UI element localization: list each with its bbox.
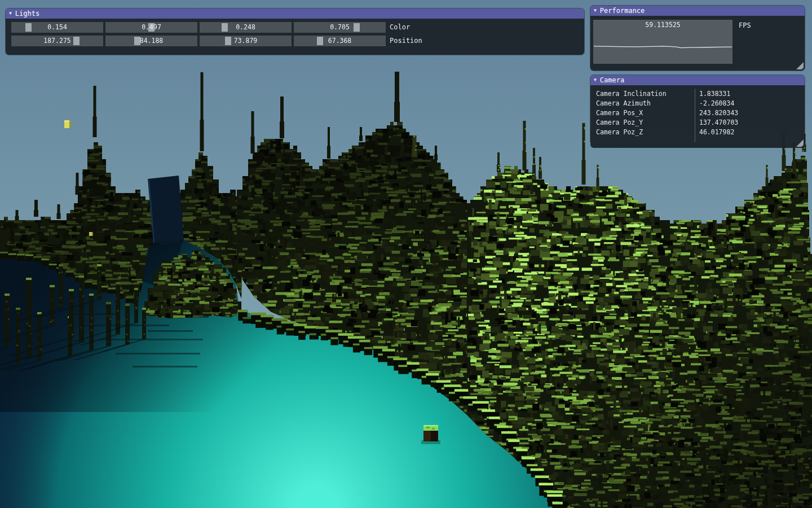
resize-grip-icon[interactable] <box>796 62 804 69</box>
camera-row-value: 1.838331 <box>699 89 730 99</box>
camera-row: Camera Poz_Y 137.470703 <box>590 118 805 128</box>
performance-panel: ▼ Performance 59.113525 FPS <box>590 6 805 71</box>
light-color-slider-3[interactable]: 0.705 <box>294 22 386 33</box>
camera-row-value: -2.260834 <box>699 99 734 108</box>
slider-value: 84.188 <box>105 36 197 46</box>
camera-row: Camera Pos_X 243.820343 <box>590 108 805 118</box>
collapse-arrow-icon[interactable]: ▼ <box>594 6 597 16</box>
camera-row-label: Camera Poz_Y <box>596 118 643 128</box>
resize-grip-icon[interactable] <box>796 139 804 147</box>
app-window: ▼ Lights 0.154 0.497 0.248 0.7 <box>0 0 812 508</box>
camera-row-value: 46.017982 <box>699 128 734 137</box>
camera-panel-title: Camera <box>600 75 624 85</box>
position-row-label: Position <box>390 36 422 46</box>
lights-panel-body: 0.154 0.497 0.248 0.705 Color <box>6 19 584 55</box>
camera-row-label: Camera Poz_Z <box>596 128 643 137</box>
light-position-slider-1[interactable]: 84.188 <box>105 36 197 46</box>
camera-row: Camera Poz_Z 46.017982 <box>590 128 805 137</box>
light-color-slider-2[interactable]: 0.248 <box>200 22 292 33</box>
fps-value: 59.113525 <box>593 21 732 29</box>
light-color-slider-0[interactable]: 0.154 <box>11 22 103 33</box>
camera-row-value: 137.470703 <box>699 118 738 128</box>
fps-graph: 59.113525 <box>593 20 732 64</box>
camera-row-label: Camera Inclination <box>596 89 667 99</box>
camera-row: Camera Azimuth -2.260834 <box>590 99 805 108</box>
slider-value: 0.497 <box>105 22 197 33</box>
camera-row-label: Camera Pos_X <box>596 108 643 118</box>
slider-value: 0.248 <box>200 22 292 33</box>
slider-value: 187.275 <box>11 36 103 46</box>
performance-panel-title: Performance <box>600 6 645 16</box>
collapse-arrow-icon[interactable]: ▼ <box>594 75 597 85</box>
camera-row: Camera Inclination 1.838331 <box>590 89 805 99</box>
camera-panel-body: Camera Inclination 1.838331 Camera Azimu… <box>590 85 805 148</box>
color-row-label: Color <box>390 22 410 33</box>
fps-label: FPS <box>739 21 751 29</box>
camera-row-label: Camera Azimuth <box>596 99 651 108</box>
slider-value: 0.705 <box>294 22 386 33</box>
light-color-slider-1[interactable]: 0.497 <box>105 22 197 33</box>
camera-row-value: 243.820343 <box>699 108 738 118</box>
collapse-arrow-icon[interactable]: ▼ <box>9 8 12 19</box>
light-position-slider-0[interactable]: 187.275 <box>11 36 103 46</box>
slider-value: 73.879 <box>200 36 292 46</box>
lights-panel-titlebar[interactable]: ▼ Lights <box>6 8 584 19</box>
light-position-slider-2[interactable]: 73.879 <box>200 36 292 46</box>
slider-value: 0.154 <box>11 22 103 33</box>
performance-panel-body: 59.113525 FPS <box>590 16 805 71</box>
light-position-slider-3[interactable]: 67.368 <box>294 36 386 46</box>
camera-panel-titlebar[interactable]: ▼ Camera <box>590 75 805 85</box>
performance-panel-titlebar[interactable]: ▼ Performance <box>590 6 805 16</box>
lights-panel-title: Lights <box>15 8 39 19</box>
camera-panel: ▼ Camera Camera Inclination 1.838331 Cam… <box>590 75 805 144</box>
lights-panel: ▼ Lights 0.154 0.497 0.248 0.7 <box>6 8 584 55</box>
slider-value: 67.368 <box>294 36 386 46</box>
